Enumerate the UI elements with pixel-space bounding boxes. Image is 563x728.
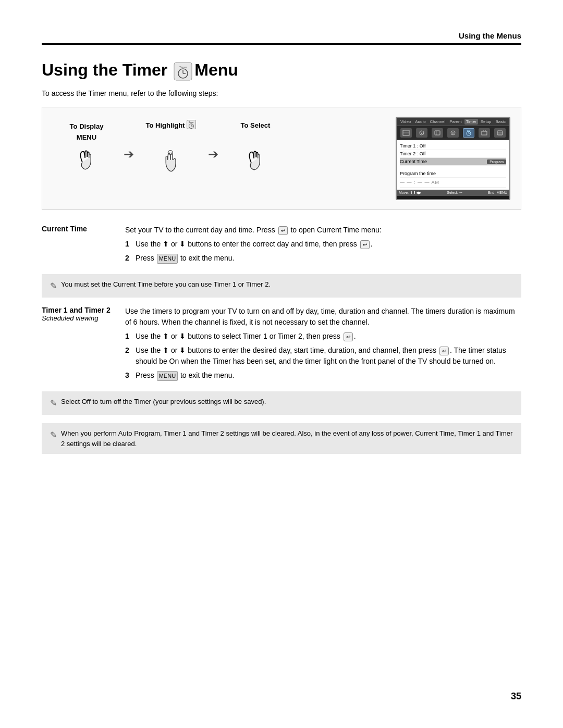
intro-text: To access the Timer menu, refer to the f… <box>42 89 521 97</box>
tv-program-time-label: Program the time <box>400 171 436 176</box>
step3-label: To Select <box>241 121 271 129</box>
svg-rect-16 <box>435 131 440 135</box>
tv-menu-channel: Channel <box>429 119 447 125</box>
note1-text: You must set the Current Time before you… <box>61 279 271 290</box>
step3-column: To Select <box>222 121 289 176</box>
svg-rect-24 <box>482 131 487 135</box>
note2-icon: ✎ <box>50 397 57 410</box>
note-box-3: ✎ When you perform Auto Program, Timer 1… <box>42 423 521 454</box>
page-title-prefix: Using the Timer <box>42 60 167 80</box>
header-bar: Using the Menus <box>42 31 521 45</box>
tv-nav-bar: Move: ⬆⬇◀▶ Select: ↩ End: MENU <box>397 190 509 196</box>
tv-program-time-row: Program the time <box>400 170 506 178</box>
note3-text: When you perform Auto Program, Timer 1 a… <box>61 428 513 449</box>
timer-step2: 2 Use the ⬆ or ⬇ buttons to enter the de… <box>125 345 521 367</box>
tv-nav-move: Move: ⬆⬇◀▶ <box>399 191 421 195</box>
page-title-row: Using the Timer Timer Menu <box>42 60 521 80</box>
svg-point-14 <box>420 131 424 135</box>
select-key-icon: ↩ <box>278 226 288 235</box>
tv-menu-timer: Timer <box>464 119 478 125</box>
current-time-step1: 1 Use the ⬆ or ⬇ buttons to enter the co… <box>125 239 521 250</box>
menu-key1: MENU <box>157 254 178 264</box>
hand-point-icon <box>157 146 186 178</box>
svg-text:Timer: Timer <box>179 66 187 69</box>
tv-screen: Video Audio Channel Parent Timer Setup B… <box>396 117 510 200</box>
tv-current-time-label: Current Time <box>400 159 427 164</box>
timer-step1: 1 Use the ⬆ or ⬇ buttons to select Timer… <box>125 331 521 342</box>
step2-column: To Highlight Timer <box>137 120 205 178</box>
tv-menu-audio: Audio <box>413 119 427 125</box>
step2-label: To Highlight <box>146 121 185 129</box>
tv-icon2 <box>416 128 427 138</box>
current-time-term: Current Time <box>42 225 125 233</box>
tv-nav-select: Select: ↩ <box>447 191 462 195</box>
tv-menu-setup: Setup <box>479 119 493 125</box>
timer-term: Timer 1 and Timer 2 Scheduled viewing <box>42 306 125 322</box>
tv-menu-parent: Parent <box>448 119 463 125</box>
tv-icon7 <box>494 128 506 138</box>
tv-timer1-row: Timer 1 : Off <box>400 142 506 150</box>
step2-label-row: To Highlight Timer <box>146 120 197 131</box>
enter-key1: ↩ <box>360 240 370 249</box>
tv-menu-basic: Basic <box>494 119 507 125</box>
note3-icon: ✎ <box>50 429 57 441</box>
tv-icons-row: P <box>397 126 509 140</box>
current-time-steps: 1 Use the ⬆ or ⬇ buttons to enter the co… <box>125 239 521 264</box>
timer-body: Use the timers to program your TV to tur… <box>125 306 521 384</box>
timer-steps: 1 Use the ⬆ or ⬇ buttons to select Timer… <box>125 331 521 381</box>
svg-line-15 <box>421 132 422 134</box>
tv-content: Timer 1 : Off Timer 2 : Off Current Time… <box>397 140 509 190</box>
tv-timer2-row: Timer 2 : Off <box>400 150 506 158</box>
tv-spacer <box>400 166 506 170</box>
tv-current-time-row: Current Time Program <box>400 158 506 166</box>
tv-icon1 <box>400 128 412 138</box>
page-title-suffix: Menu <box>194 60 238 80</box>
tv-icon4: P <box>447 128 459 138</box>
timer-small-icon: Timer <box>187 120 196 131</box>
svg-rect-27 <box>497 131 503 135</box>
hand-select-icon <box>241 145 270 176</box>
note2-text: Select Off to turn off the Timer (your p… <box>61 397 266 407</box>
hand-press-icon <box>72 144 101 176</box>
enter-key2: ↩ <box>344 332 353 341</box>
step1-label-row: To Display <box>70 122 104 130</box>
current-time-body-text: Set your TV to the current day and time.… <box>125 225 521 236</box>
page-number: 35 <box>511 691 521 702</box>
current-time-step2: 2 Press MENU to exit the menu. <box>125 253 521 264</box>
tv-icon3 <box>432 128 443 138</box>
menu-key2: MENU <box>157 371 178 381</box>
timer-icon: Timer <box>174 62 192 81</box>
current-time-body: Set your TV to the current day and time.… <box>125 225 521 267</box>
tv-icon6 <box>479 128 490 138</box>
timer-body-text: Use the timers to program your TV to tur… <box>125 306 521 328</box>
steps-left: To Display MENU ➔ To High <box>53 117 385 178</box>
note-box-2: ✎ Select Off to turn off the Timer (your… <box>42 391 521 415</box>
svg-rect-23 <box>467 130 470 131</box>
step3-label-row: To Select <box>241 121 271 129</box>
tv-menu-bar: Video Audio Channel Parent Timer Setup B… <box>397 118 509 126</box>
tv-menu-video: Video <box>399 119 412 125</box>
steps-icons-row: To Display MENU ➔ To High <box>53 120 385 178</box>
step1-label: To Display <box>70 122 104 130</box>
step1-column: To Display MENU <box>53 122 120 176</box>
note-box-1: ✎ You must set the Current Time before y… <box>42 274 521 298</box>
tv-icon5-timer <box>463 128 474 138</box>
header-title: Using the Menus <box>459 31 521 40</box>
tv-nav-end: End: MENU <box>488 191 507 195</box>
steps-box: To Display MENU ➔ To High <box>42 107 521 210</box>
note1-icon: ✎ <box>50 280 57 292</box>
timer-sub: Scheduled viewing <box>42 314 115 322</box>
arrow2-icon: ➔ <box>208 137 218 162</box>
current-time-section: Current Time Set your TV to the current … <box>42 225 521 267</box>
menu-label: MENU <box>77 133 96 141</box>
tv-program-btn: Program <box>487 159 506 164</box>
tv-time-dashes: — — : — — AM <box>400 180 439 185</box>
svg-text:Timer: Timer <box>189 121 194 124</box>
timer-step3: 3 Press MENU to exit the menu. <box>125 370 521 381</box>
timer-section: Timer 1 and Timer 2 Scheduled viewing Us… <box>42 306 521 384</box>
tv-time-value-row: — — : — — AM <box>400 178 506 188</box>
arrow1-icon: ➔ <box>124 137 134 162</box>
enter-key3: ↩ <box>439 347 449 355</box>
